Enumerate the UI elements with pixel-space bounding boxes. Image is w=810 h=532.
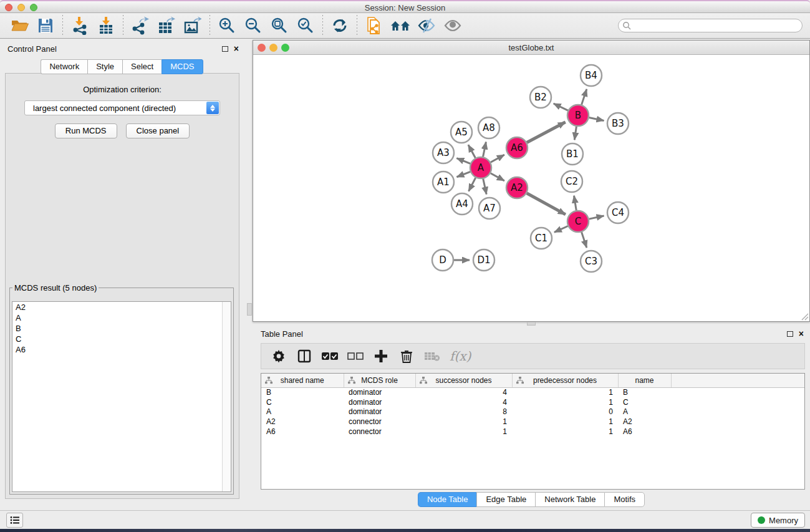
cell-predecessor-nodes[interactable]: 1 (512, 427, 618, 437)
edge-C-C3[interactable] (582, 232, 587, 248)
tab-edge-table[interactable]: Edge Table (476, 492, 535, 507)
add-column-icon[interactable] (373, 347, 389, 365)
node-A1[interactable]: A1 (433, 172, 454, 193)
search-input[interactable] (618, 19, 803, 32)
memory-button[interactable]: Memory (751, 513, 805, 528)
node-A4[interactable]: A4 (451, 193, 473, 215)
edge-B-B3[interactable] (589, 118, 604, 121)
save-session-icon[interactable] (32, 14, 59, 37)
edge-A-A8[interactable] (483, 142, 486, 157)
criterion-select[interactable]: largest connected component (directed) (24, 100, 220, 115)
cell-predecessor-nodes[interactable]: 1 (512, 417, 618, 427)
zoom-in-icon[interactable] (214, 14, 240, 37)
task-history-button[interactable] (6, 513, 23, 528)
edge-A-A3[interactable] (456, 158, 470, 164)
cell-shared-name[interactable]: B (261, 387, 344, 397)
import-table-icon[interactable] (93, 14, 119, 37)
first-neighbors-icon[interactable] (387, 14, 413, 37)
column-header-MCDS-role[interactable]: MCDS role (344, 374, 415, 387)
vertical-divider-grip[interactable] (247, 303, 252, 316)
tab-motifs[interactable]: Motifs (604, 492, 645, 507)
cell-successor-nodes[interactable]: 4 (415, 397, 512, 407)
result-item[interactable]: A6 (12, 344, 231, 355)
node-A6[interactable]: A6 (506, 137, 528, 158)
edge-B-B2[interactable] (554, 104, 568, 110)
zoom-fit-icon[interactable] (266, 14, 292, 37)
cell-shared-name[interactable]: A6 (261, 427, 344, 437)
tab-node-table[interactable]: Node Table (418, 492, 477, 507)
delete-columns-icon[interactable] (398, 347, 415, 365)
cell-name[interactable]: A2 (618, 417, 671, 427)
cell-name[interactable]: A6 (618, 427, 671, 437)
edge-C-C2[interactable] (574, 196, 577, 210)
node-B3[interactable]: B3 (607, 113, 629, 134)
zoom-selected-icon[interactable] (292, 14, 319, 37)
table-row[interactable]: Bdominator41B (261, 387, 804, 397)
node-B[interactable]: B (567, 105, 589, 126)
column-header-predecessor-nodes[interactable]: predecessor nodes (512, 374, 618, 387)
result-item[interactable]: A2 (12, 302, 231, 312)
cell-shared-name[interactable]: A2 (261, 417, 344, 427)
column-header-shared-name[interactable]: shared name (261, 374, 344, 387)
new-network-from-selection-icon[interactable] (361, 14, 387, 37)
node-C1[interactable]: C1 (531, 228, 552, 249)
float-table-panel-icon[interactable] (787, 331, 793, 337)
export-table-icon[interactable] (153, 14, 180, 37)
tab-mcds[interactable]: MCDS (162, 59, 203, 74)
cell-MCDS-role[interactable]: dominator (344, 397, 415, 407)
node-C[interactable]: C (567, 211, 589, 232)
result-item[interactable]: C (12, 334, 231, 344)
edge-C-C4[interactable] (589, 216, 604, 219)
tab-network-table[interactable]: Network Table (535, 492, 604, 507)
edge-A-A1[interactable] (456, 172, 470, 177)
edge-C-C1[interactable] (554, 226, 568, 232)
node-C3[interactable]: C3 (581, 251, 602, 272)
cell-successor-nodes[interactable]: 8 (415, 407, 512, 417)
edge-B-B4[interactable] (582, 89, 587, 105)
table-row[interactable]: Cdominator41C (261, 397, 804, 407)
mcds-result-list[interactable]: A2ABCA6 (12, 301, 231, 492)
cell-shared-name[interactable]: C (261, 397, 344, 407)
result-scrollbar[interactable] (222, 302, 231, 491)
cell-predecessor-nodes[interactable]: 1 (512, 387, 618, 397)
node-A7[interactable]: A7 (479, 198, 500, 219)
show-columns-icon[interactable] (296, 347, 312, 365)
cell-MCDS-role[interactable]: connector (344, 427, 415, 437)
function-builder-icon[interactable]: f(x) (450, 349, 471, 364)
edge-A-A7[interactable] (483, 179, 486, 195)
cell-shared-name[interactable]: A (261, 407, 344, 417)
cell-MCDS-role[interactable]: dominator (344, 407, 415, 417)
node-A[interactable]: A (470, 157, 491, 178)
node-C4[interactable]: C4 (607, 202, 629, 223)
export-image-icon[interactable] (180, 14, 206, 37)
tab-network[interactable]: Network (41, 59, 87, 74)
import-network-icon[interactable] (67, 14, 93, 37)
zoom-out-icon[interactable] (240, 14, 266, 37)
float-panel-icon[interactable] (222, 46, 228, 52)
cell-name[interactable]: A (618, 407, 671, 417)
cell-successor-nodes[interactable]: 1 (415, 427, 512, 437)
table-row[interactable]: A6connector11A6 (261, 427, 804, 437)
result-item[interactable]: A (12, 312, 231, 323)
select-all-columns-icon[interactable] (322, 347, 338, 365)
edge-A-A5[interactable] (468, 145, 475, 158)
tab-style[interactable]: Style (87, 59, 122, 74)
network-canvas[interactable]: B4B2BB3A8A5A6A3B1AA1C2A2A4A7C4CC1C3DD1 (253, 55, 809, 321)
run-mcds-button[interactable]: Run MCDS (55, 123, 117, 138)
cell-predecessor-nodes[interactable]: 0 (512, 407, 618, 417)
edge-B-B1[interactable] (574, 127, 576, 140)
close-panel-button[interactable]: Close panel (126, 123, 190, 138)
node-B4[interactable]: B4 (581, 65, 602, 86)
node-D1[interactable]: D1 (473, 249, 494, 271)
close-table-panel-icon[interactable]: × (799, 331, 804, 337)
node-A8[interactable]: A8 (478, 117, 499, 138)
node-C2[interactable]: C2 (561, 171, 582, 192)
edge-A6-B[interactable] (527, 122, 566, 143)
apply-layout-icon[interactable] (327, 14, 353, 37)
unselect-all-columns-icon[interactable] (347, 347, 364, 365)
network-graph[interactable]: B4B2BB3A8A5A6A3B1AA1C2A2A4A7C4CC1C3DD1 (253, 55, 809, 321)
column-header-successor-nodes[interactable]: successor nodes (415, 374, 512, 387)
close-panel-icon[interactable]: × (234, 46, 239, 52)
table-row[interactable]: A2connector11A2 (261, 417, 804, 427)
hide-selected-icon[interactable] (413, 14, 440, 37)
